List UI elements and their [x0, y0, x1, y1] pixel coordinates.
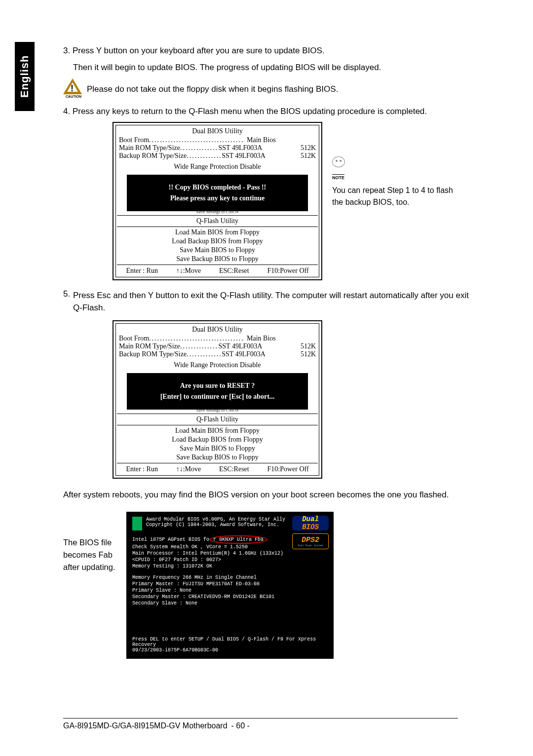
- boot-line: Memory Testing : 131072K OK: [132, 563, 328, 569]
- backup-rom-size: 512K: [301, 350, 316, 358]
- step5-number: 5.: [63, 289, 73, 314]
- dual-bios-badge: DualBIOS: [292, 516, 329, 530]
- boot-screen: DualBIOS DPS2 Dual Power System Award Mo…: [126, 512, 334, 659]
- bios-reset-msg1: Are you sure to RESET ?: [131, 382, 304, 390]
- foot-esc: ESC:Reset: [219, 267, 249, 275]
- bios-message-box-reset: Are you sure to RESET ? [Enter] to conti…: [127, 373, 308, 410]
- bios-message-box: !! Copy BIOS completed - Pass !! Please …: [127, 175, 308, 211]
- backup-rom-label: Backup ROM Type/Size: [119, 350, 187, 358]
- boot-from-value: Main Bios: [247, 335, 316, 342]
- caution-icon: ! CAUTION: [63, 78, 84, 100]
- main-rom-value: SST 49LF003A: [219, 144, 263, 152]
- boot-header2: Copyright (C) 1984-2003, Award Software,…: [146, 522, 285, 528]
- main-rom-value: SST 49LF003A: [219, 342, 263, 350]
- page-footer: GA-8I915MD-G/GA-8I915MD-GV Motherboard -…: [63, 718, 458, 730]
- note-face-icon: [332, 156, 345, 167]
- dps-badge: DPS2 Dual Power System: [292, 533, 329, 549]
- step3-line1: 3. Press Y button on your keyboard after…: [63, 44, 473, 57]
- main-rom-label: Main ROM Type/Size: [119, 144, 180, 152]
- backup-rom-label: Backup ROM Type/Size: [119, 152, 187, 160]
- main-rom-size: 512K: [301, 342, 316, 350]
- menu-item: Load Backup BIOS from Floppy: [117, 435, 318, 444]
- boot-footer-line1: Press DEL to enter SETUP / Dual BIOS / Q…: [132, 637, 328, 647]
- menu-item: Save Main BIOS to Floppy: [117, 444, 318, 453]
- boot-footer-line2: 09/23/2003-i875P-6A79BG03C-00: [132, 647, 328, 653]
- bios-msg2: Please press any key to continue: [131, 194, 304, 202]
- menu-item: Load Main BIOS from Floppy: [117, 228, 318, 237]
- foot-enter: Enter : Run: [126, 267, 158, 275]
- boot-from-value: Main Bios: [247, 136, 316, 144]
- side-note-text: You can repeat Step 1 to 4 to flash the …: [332, 186, 453, 206]
- bios-utility-box-1: Dual BIOS Utility Boot From ............…: [113, 122, 322, 280]
- foot-enter: Enter : Run: [126, 465, 158, 473]
- after-reboot-text: After system reboots, you may find the B…: [63, 489, 473, 501]
- caution-text: Please do not take out the floppy disk w…: [87, 84, 338, 94]
- main-rom-size: 512K: [301, 144, 316, 152]
- boot-from-label: Boot From: [119, 136, 149, 144]
- bios-msg1: !! Copy BIOS completed - Pass !!: [131, 184, 304, 191]
- boot-line: Main Processor : Intel Pentium(R) 4 1.6G…: [132, 550, 328, 557]
- bios-title: Dual BIOS Utility: [117, 126, 318, 136]
- bios-footer: Enter : Run ↑↓:Move ESC:Reset F10:Power …: [117, 266, 318, 276]
- footer-page-number: - 60 -: [231, 721, 250, 730]
- backup-rom-value: SST 49LF003A: [222, 152, 266, 160]
- boot-header1: Award Modular BIOS v6.00PG, An Energy St…: [146, 517, 285, 522]
- bios-hidden-line: Save Settings to CMOS: [117, 408, 318, 413]
- boot-line: Primary Master : FUJITSU MPE3170AT ED-03…: [132, 581, 328, 587]
- caution-row: ! CAUTION Please do not take out the flo…: [63, 78, 473, 100]
- footer-model: GA-8I915MD-G/GA-8I915MD-GV Motherboard: [63, 721, 228, 730]
- menu-item: Load Main BIOS from Floppy: [117, 426, 318, 435]
- boot-line: Secondary Slave : None: [132, 600, 328, 606]
- backup-rom-size: 512K: [301, 152, 316, 160]
- award-logo-icon: [132, 517, 142, 530]
- wide-range-protection: Wide Range Protection Disable: [117, 358, 318, 372]
- foot-f10: F10:Power Off: [267, 465, 308, 473]
- wide-range-protection: Wide Range Protection Disable: [117, 160, 318, 174]
- note-label: NOTE: [332, 174, 344, 182]
- boot-from-label: Boot From: [119, 335, 149, 342]
- side-note: NOTE You can repeat Step 1 to 4 to flash…: [332, 156, 456, 208]
- qflash-header: Q-Flash Utility: [117, 415, 318, 424]
- step3-line2: Then it will begin to update BIOS. The p…: [73, 61, 473, 74]
- boot-circled-version: r 8KNXP Ultra Fba: [209, 535, 267, 544]
- boot-line: Primary Slave : None: [132, 587, 328, 594]
- bios-reset-msg2: [Enter] to continure or [Esc] to abort..…: [131, 393, 304, 401]
- menu-item: Load Backup BIOS from Floppy: [117, 237, 318, 246]
- qflash-header: Q-Flash Utility: [117, 217, 318, 226]
- step4: 4. Press any keys to return to the Q-Fla…: [63, 105, 473, 118]
- bios-footer: Enter : Run ↑↓:Move ESC:Reset F10:Power …: [117, 464, 318, 474]
- backup-rom-value: SST 49LF003A: [222, 350, 266, 358]
- boot-line: Memory Frequency 266 MHz in Single Chann…: [132, 574, 328, 581]
- main-rom-label: Main ROM Type/Size: [119, 342, 180, 350]
- bios-utility-box-2: Dual BIOS Utility Boot From ............…: [113, 320, 322, 479]
- menu-item: Save Main BIOS to Floppy: [117, 246, 318, 255]
- foot-move: ↑↓:Move: [176, 465, 201, 473]
- boot-line: Secondary Master : CREATIVEDVD-RM DVD124…: [132, 594, 328, 600]
- bios-title: Dual BIOS Utility: [117, 325, 318, 335]
- bios-hidden-line: Save Settings to CMOS: [117, 209, 318, 214]
- menu-item: Save Backup BIOS to Floppy: [117, 453, 318, 462]
- menu-item: Save Backup BIOS to Floppy: [117, 255, 318, 264]
- page-content: 3. Press Y button on your keyboard after…: [63, 44, 473, 659]
- boot-line: Intel i875P AGPset BIOS fo: [132, 537, 209, 542]
- step5-text: Press Esc and then Y button to exit the …: [73, 289, 473, 314]
- foot-esc: ESC:Reset: [219, 465, 249, 473]
- language-tab: English: [15, 42, 35, 111]
- foot-f10: F10:Power Off: [267, 267, 308, 275]
- bios-file-note: The BIOS file becomes Fab after updating…: [63, 536, 122, 573]
- foot-move: ↑↓:Move: [176, 267, 201, 275]
- boot-line: <CPUID : 0F27 Patch ID : 0027>: [132, 557, 328, 563]
